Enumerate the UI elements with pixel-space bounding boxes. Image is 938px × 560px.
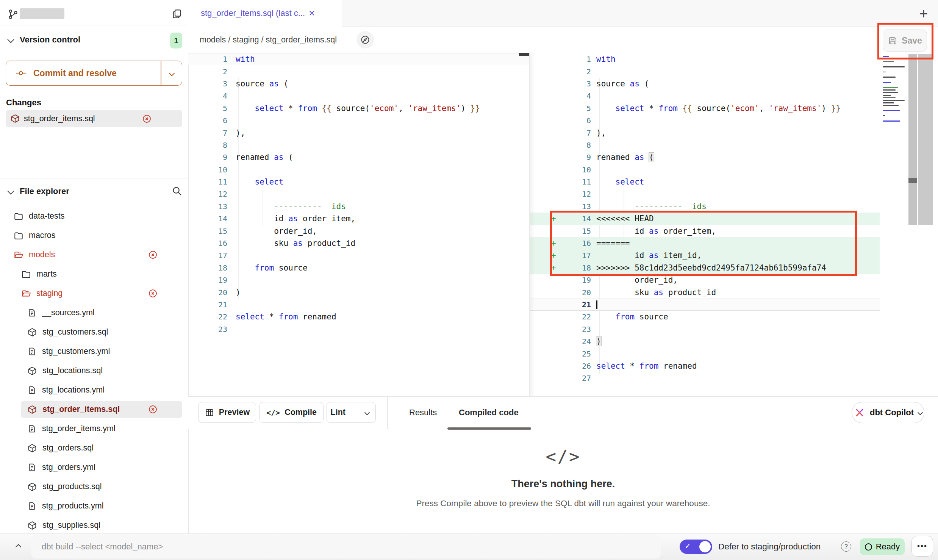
code-line-13[interactable]: 13 ---------- ids xyxy=(188,200,529,213)
code-line-21[interactable]: 21 xyxy=(188,299,529,311)
code-line-19[interactable]: 19 order_id, xyxy=(530,274,880,286)
code-line-2[interactable]: 2 xyxy=(530,65,880,77)
status-ready-badge[interactable]: Ready xyxy=(860,538,905,555)
lint-dropdown-button[interactable] xyxy=(359,411,375,415)
code-line-6[interactable]: 6 xyxy=(188,114,529,127)
file-item-stg_locations.sql[interactable]: stg_locations.sql xyxy=(0,361,188,380)
code-line-22[interactable]: 22 from source xyxy=(530,311,880,323)
file-item-stg_customers.sql[interactable]: stg_customers.sql xyxy=(0,322,188,342)
code-line-16[interactable]: +16======= xyxy=(530,237,880,249)
file-item-marts[interactable]: marts xyxy=(0,264,188,284)
file-item-stg_orders.sql[interactable]: stg_orders.sql xyxy=(0,438,188,458)
version-control-collapse-icon[interactable] xyxy=(7,36,14,43)
code-line-27[interactable]: 27 xyxy=(530,372,880,384)
code-line-14[interactable]: +14<<<<<<< HEAD xyxy=(530,213,880,225)
code-line-5[interactable]: 5 select * from {{ source('ecom', 'raw_i… xyxy=(530,102,880,114)
code-line-11[interactable]: 11 select xyxy=(188,176,529,188)
help-icon[interactable]: ? xyxy=(841,541,851,552)
file-item-stg_supplies.sql[interactable]: stg_supplies.sql xyxy=(0,516,188,535)
code-line-8[interactable]: 8 xyxy=(530,139,880,151)
save-button[interactable]: Save xyxy=(883,30,927,52)
code-line-15[interactable]: 15 order_id, xyxy=(188,225,529,237)
file-item-stg_orders.yml[interactable]: stg_orders.yml xyxy=(0,458,188,477)
tab-results[interactable]: Results xyxy=(409,402,437,423)
commit-dropdown-button[interactable] xyxy=(161,71,182,75)
file-item-macros[interactable]: macros xyxy=(0,226,188,245)
code-line-3[interactable]: 3source as ( xyxy=(530,78,880,90)
file-item-stg_products.yml[interactable]: stg_products.yml xyxy=(0,496,188,516)
editor-pane-left[interactable]: 1with23source as (45 select * from {{ so… xyxy=(188,53,529,396)
code-line-20[interactable]: 20) xyxy=(188,286,529,298)
code-line-8[interactable]: 8 xyxy=(188,139,529,151)
file-item-stg_customers.yml[interactable]: stg_customers.yml xyxy=(0,342,188,361)
code-line-18[interactable]: 18 from source xyxy=(188,262,529,274)
code-line-2[interactable]: 2 xyxy=(188,65,529,77)
editor-pane-right[interactable]: 1with23source as (45 select * from {{ so… xyxy=(530,53,880,396)
file-item-staging[interactable]: staging xyxy=(0,284,188,303)
code-line-23[interactable]: 23 xyxy=(188,323,529,335)
file-item-stg_products.sql[interactable]: stg_products.sql xyxy=(0,477,188,496)
code-line-24[interactable]: 24) xyxy=(530,335,880,347)
code-line-21[interactable]: 21 xyxy=(530,299,880,311)
file-item-data-tests[interactable]: data-tests xyxy=(0,206,188,226)
code-line-11[interactable]: 11 select xyxy=(530,176,880,188)
code-line-4[interactable]: 4 xyxy=(530,90,880,102)
git-branch-icon[interactable] xyxy=(7,8,19,20)
code-line-10[interactable]: 10 xyxy=(530,164,880,176)
code-line-14[interactable]: 14 id as order_item, xyxy=(188,213,529,225)
file-item-stg_order_items.yml[interactable]: stg_order_items.yml xyxy=(0,419,188,438)
tab-compiled-code[interactable]: Compiled code xyxy=(459,402,519,423)
command-input[interactable]: dbt build --select <model_name> xyxy=(31,535,661,558)
file-item-models[interactable]: models xyxy=(0,245,188,264)
code-line-1[interactable]: 1with xyxy=(188,53,529,65)
code-line-17[interactable]: +17 id as item_id, xyxy=(530,249,880,261)
code-line-3[interactable]: 3source as ( xyxy=(188,78,529,90)
file-item-stg_order_items.sql[interactable]: stg_order_items.sql xyxy=(0,400,188,419)
code-line-12[interactable]: 12 xyxy=(530,188,880,200)
code-line-23[interactable]: 23 xyxy=(530,323,880,335)
code-line-16[interactable]: 16 sku as product_id xyxy=(188,237,529,249)
code-line-6[interactable]: 6 xyxy=(530,114,880,127)
code-line-13[interactable]: 13 ---------- ids xyxy=(530,200,880,213)
code-line-19[interactable]: 19 xyxy=(188,274,529,286)
tab-close-icon[interactable]: × xyxy=(309,8,315,19)
minimap[interactable] xyxy=(883,56,907,132)
code-line-20[interactable]: 20 sku as product_id xyxy=(530,286,880,298)
compile-button[interactable]: </> Compile xyxy=(260,402,324,423)
search-icon[interactable] xyxy=(171,185,183,197)
code-line-1[interactable]: 1with xyxy=(530,53,880,65)
code-line-17[interactable]: 17 xyxy=(188,249,529,261)
code-line-7[interactable]: 7), xyxy=(530,127,880,139)
file-item-stg_locations.yml[interactable]: stg_locations.yml xyxy=(0,380,188,400)
tab-stg-order-items[interactable]: stg_order_items.sql (last c... × xyxy=(188,0,342,27)
minimap-scrollbar-thumb[interactable] xyxy=(908,178,917,183)
editor-scrollbar[interactable] xyxy=(918,54,933,225)
minimap-scrollbar[interactable] xyxy=(908,54,917,225)
commit-and-resolve-button[interactable]: Commit and resolve xyxy=(6,61,182,86)
code-line-22[interactable]: 22select * from renamed xyxy=(188,311,529,323)
code-line-10[interactable]: 10 xyxy=(188,164,529,176)
code-line-5[interactable]: 5 select * from {{ source('ecom', 'raw_i… xyxy=(188,102,529,114)
left-pane-scroll-thumb[interactable] xyxy=(519,53,529,56)
more-options-button[interactable]: ••• xyxy=(911,536,933,557)
code-line-15[interactable]: 15 id as order_item, xyxy=(530,225,880,237)
file-explorer-collapse-icon[interactable] xyxy=(7,188,14,194)
code-line-7[interactable]: 7), xyxy=(188,127,529,139)
copy-icon[interactable] xyxy=(171,8,183,20)
new-tab-button[interactable]: + xyxy=(914,4,933,23)
changed-file-row[interactable]: stg_order_items.sql xyxy=(6,110,182,127)
code-line-18[interactable]: +18>>>>>>> 58c1dd23d5eebd9cd2495fa7124ab… xyxy=(530,262,880,274)
defer-toggle[interactable]: ✓ xyxy=(680,540,712,554)
code-line-26[interactable]: 26select * from renamed xyxy=(530,360,880,372)
code-line-25[interactable]: 25 xyxy=(530,347,880,360)
code-line-9[interactable]: 9renamed as ( xyxy=(188,151,529,163)
dbt-copilot-button[interactable]: dbt Copilot xyxy=(852,402,924,423)
code-line-4[interactable]: 4 xyxy=(188,90,529,102)
code-line-9[interactable]: 9renamed as ( xyxy=(530,151,880,163)
code-line-12[interactable]: 12 xyxy=(188,188,529,200)
preview-button[interactable]: Preview xyxy=(198,402,256,423)
command-bar-expand-button[interactable] xyxy=(7,533,30,560)
lineage-compass-button[interactable] xyxy=(356,31,374,48)
lint-button[interactable]: Lint xyxy=(327,402,376,423)
file-item-__sources.yml[interactable]: __sources.yml xyxy=(0,303,188,322)
